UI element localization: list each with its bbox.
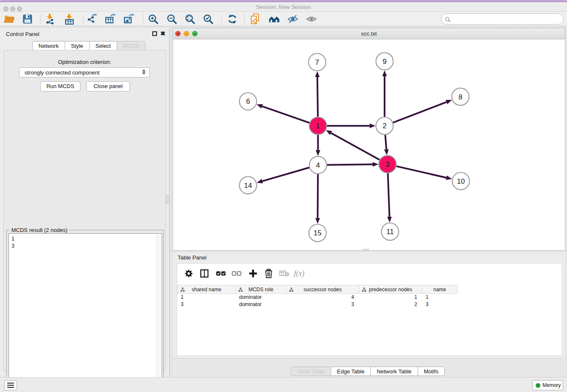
graph-edge-3-11[interactable]: [388, 173, 390, 217]
graph-node-6[interactable]: 6: [239, 93, 257, 110]
hide-eye-icon[interactable]: [287, 14, 298, 25]
zoom-out-icon[interactable]: [166, 14, 177, 25]
mcds-result-textarea[interactable]: 1 3: [8, 233, 162, 387]
graph-edge-2-3[interactable]: [385, 135, 386, 149]
column-header-shared-name[interactable]: shared name: [177, 285, 236, 294]
search-icon: [445, 17, 451, 24]
function-builder-icon[interactable]: f(x): [294, 268, 305, 279]
tab-node-table[interactable]: Node Table: [291, 367, 331, 376]
graph-edge-1-6[interactable]: [262, 106, 310, 123]
columns-icon[interactable]: [199, 268, 210, 279]
network-maximize-icon[interactable]: ＋: [192, 31, 198, 36]
column-header-predecessor-nodes[interactable]: predecessor nodes: [359, 285, 422, 294]
cell-shared-name[interactable]: 1: [177, 294, 236, 301]
optimization-criterion-select[interactable]: strongly connected component: [19, 67, 150, 77]
column-header-successor-nodes[interactable]: successor nodes: [286, 285, 359, 294]
run-mcds-button[interactable]: Run MCDS: [40, 81, 80, 91]
refresh-icon[interactable]: [227, 14, 238, 25]
graph-edge-4-14[interactable]: [262, 168, 309, 181]
zoom-fit-icon[interactable]: [184, 14, 195, 25]
cell-mcds-role[interactable]: dominator: [236, 301, 286, 308]
cell-name[interactable]: 1: [422, 294, 457, 301]
gear-icon[interactable]: [183, 268, 194, 279]
panel-divider-grip[interactable]: [166, 195, 170, 204]
add-column-icon[interactable]: [248, 268, 259, 279]
task-history-button[interactable]: [4, 380, 17, 390]
table-panel: Table Panel ✖: [173, 252, 565, 377]
deselect-all-icon[interactable]: [231, 268, 242, 279]
table-row[interactable]: 1 dominator 4 1 1: [177, 294, 457, 301]
mac-zoom-button[interactable]: [17, 6, 22, 11]
network-minimize-icon[interactable]: −: [184, 31, 189, 36]
float-panel-icon[interactable]: [152, 31, 157, 36]
graph-node-14[interactable]: 14: [239, 177, 257, 194]
graph-node-7[interactable]: 7: [308, 53, 326, 71]
graph-node-10[interactable]: 10: [452, 172, 470, 190]
export-network-icon[interactable]: [87, 14, 98, 25]
cell-shared-name[interactable]: 3: [177, 301, 236, 308]
graph-edge-3-1[interactable]: [331, 133, 380, 160]
network-window-titlebar[interactable]: ✕ − ＋ scc.txt: [173, 28, 565, 39]
export-image-icon[interactable]: [124, 14, 135, 25]
tab-style[interactable]: Style: [65, 41, 90, 50]
close-panel-button[interactable]: Close panel: [86, 81, 130, 91]
delete-table-icon[interactable]: [279, 268, 290, 279]
zoom-in-icon[interactable]: [148, 14, 159, 25]
graph-edge-4-15[interactable]: [318, 174, 318, 218]
import-network-icon[interactable]: [44, 14, 55, 25]
column-header-mcds-role[interactable]: MCDS role: [236, 285, 286, 294]
graph-node-2[interactable]: 2: [376, 117, 393, 135]
save-session-icon[interactable]: [22, 14, 33, 25]
tab-edge-table[interactable]: Edge Table: [331, 367, 371, 376]
network-graph[interactable]: 7968124314101511: [173, 39, 565, 250]
column-label: successor nodes: [303, 287, 341, 293]
tab-network[interactable]: Network: [32, 41, 65, 50]
graph-node-15[interactable]: 15: [309, 224, 326, 242]
double-house-icon[interactable]: [269, 14, 280, 25]
tab-mcds[interactable]: MCDS: [117, 41, 146, 50]
mac-close-button[interactable]: [3, 6, 8, 11]
graph-edge-1-7[interactable]: [317, 77, 318, 117]
cell-predecessor-nodes[interactable]: 1: [359, 294, 422, 301]
clone-network-icon[interactable]: [250, 14, 261, 25]
cell-predecessor-nodes[interactable]: 2: [359, 301, 422, 308]
mac-minimize-button[interactable]: [10, 6, 15, 11]
graph-node-9[interactable]: 9: [376, 52, 393, 70]
graph-edge-2-8[interactable]: [393, 102, 446, 122]
graph-node-11[interactable]: 11: [381, 223, 399, 240]
result-scrollbar[interactable]: [156, 234, 161, 387]
window-divider-grip[interactable]: [363, 249, 369, 251]
graph-edge-4-3[interactable]: [327, 164, 373, 165]
delete-column-icon[interactable]: [263, 268, 274, 279]
toolbar-separator: [221, 14, 222, 25]
column-header-name[interactable]: name: [422, 285, 457, 294]
column-label: MCDS role: [248, 287, 273, 293]
mcds-result-line: 3: [9, 242, 162, 249]
graph-node-label: 14: [244, 182, 252, 190]
search-input[interactable]: [452, 14, 560, 24]
cell-mcds-role[interactable]: dominator: [236, 294, 286, 301]
graph-node-4[interactable]: 4: [309, 156, 327, 174]
graph-node-1[interactable]: 1: [309, 117, 327, 135]
close-panel-icon[interactable]: ✖: [160, 31, 165, 36]
table-row[interactable]: 3 dominator 3 2 3: [177, 301, 457, 308]
memory-button[interactable]: Memory: [532, 380, 563, 390]
graph-node-8[interactable]: 8: [452, 88, 469, 105]
network-close-icon[interactable]: ✕: [175, 31, 181, 36]
graph-node-3[interactable]: 3: [379, 155, 396, 173]
tab-select[interactable]: Select: [90, 41, 117, 50]
show-eye-icon[interactable]: [306, 14, 317, 25]
cell-successor-nodes[interactable]: 3: [286, 301, 359, 308]
tab-network-table[interactable]: Network Table: [371, 367, 418, 376]
toolbar-separator: [143, 14, 143, 25]
network-canvas[interactable]: 7968124314101511: [173, 39, 565, 250]
import-table-icon[interactable]: [64, 14, 75, 25]
cell-successor-nodes[interactable]: 4: [286, 294, 359, 301]
select-all-icon[interactable]: [215, 268, 226, 279]
graph-edge-3-10[interactable]: [396, 166, 446, 178]
cell-name[interactable]: 3: [422, 301, 457, 308]
export-table-icon[interactable]: [105, 14, 116, 25]
tab-motifs[interactable]: Motifs: [418, 367, 445, 376]
zoom-selected-icon[interactable]: [203, 14, 214, 25]
open-file-icon[interactable]: [4, 14, 15, 25]
